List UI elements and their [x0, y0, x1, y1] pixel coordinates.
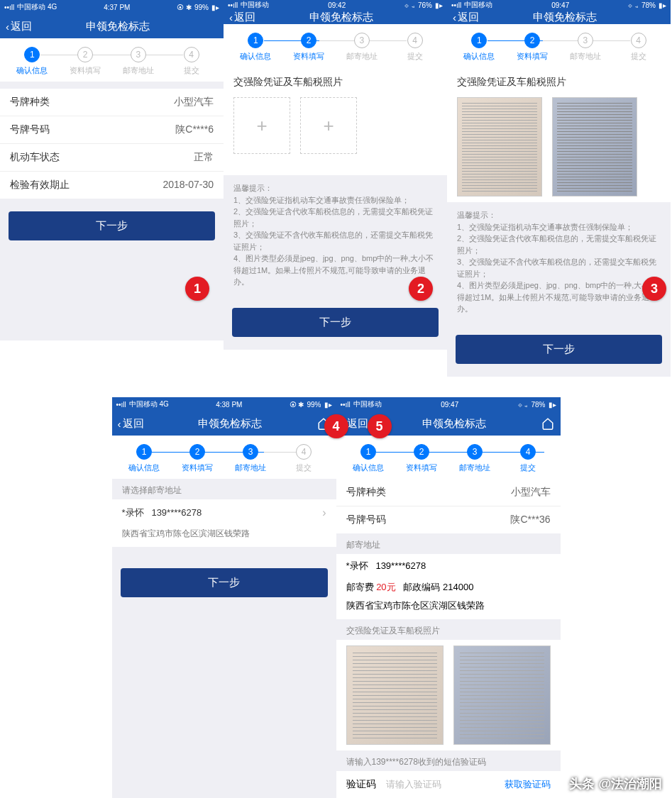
step-3[interactable]: 3邮寄地址	[559, 33, 612, 62]
step-1[interactable]: 1确认信息	[229, 33, 282, 62]
status-time: 4:38 PM	[216, 401, 242, 409]
step-3[interactable]: 3邮寄地址	[112, 47, 165, 76]
navbar: ‹返回 申领免检标志	[447, 10, 671, 24]
step-label: 邮寄地址	[123, 65, 154, 76]
plus-icon: +	[256, 115, 267, 137]
step-label: 资料填写	[406, 462, 437, 473]
step-4[interactable]: 4提交	[165, 47, 218, 76]
annotation-badge-3: 3	[642, 277, 666, 301]
next-button[interactable]: 下一步	[9, 211, 215, 240]
back-button[interactable]: ‹返回	[6, 20, 32, 33]
plus-icon: +	[323, 115, 334, 137]
photo-thumb[interactable]	[346, 645, 444, 745]
step-2[interactable]: 2资料填写	[506, 33, 559, 62]
photo-thumb[interactable]	[453, 645, 551, 745]
step-3[interactable]: 3邮寄地址	[336, 33, 389, 62]
step-2[interactable]: 2资料填写	[395, 444, 448, 473]
hint-line: 4、图片类型必须是jpeg、jpg、png、bmp中的一种,大小不得超过1M。如…	[233, 253, 437, 288]
value: 2018-07-30	[163, 179, 214, 192]
back-button[interactable]: ‹返回	[453, 11, 479, 24]
bt-icon: ⦿ ✱	[177, 4, 192, 11]
list-item: 号牌种类小型汽车	[336, 479, 561, 506]
back-button[interactable]: ‹返回	[118, 417, 144, 431]
step-4[interactable]: 4提交	[612, 33, 665, 62]
nav-right	[204, 19, 218, 33]
back-label: 返回	[123, 417, 144, 431]
step-label: 邮寄地址	[459, 462, 490, 473]
step-4[interactable]: 4提交	[277, 444, 331, 473]
battery: 76%	[418, 1, 432, 9]
step-2[interactable]: 2资料填写	[282, 33, 336, 62]
list-item: 号牌号码陕C***36	[336, 506, 561, 533]
step-num: 1	[24, 47, 40, 62]
get-code-button[interactable]: 获取验证码	[505, 778, 551, 791]
code-hint: 请输入139****6278收到的短信验证码	[336, 750, 561, 771]
mail-name: *录怀 139****6278	[336, 554, 561, 578]
step-num: 1	[471, 33, 487, 48]
hint-line: 4、图片类型必须是jpeg、jpg、png、bmp中的一种,大小不得超过1M。如…	[457, 279, 661, 315]
navbar: ‹返回 申领免检标志	[0, 14, 224, 38]
step-3[interactable]: 3邮寄地址	[448, 444, 502, 473]
next-button[interactable]: 下一步	[121, 568, 328, 597]
code-label: 验证码	[346, 778, 376, 791]
battery: 99%	[194, 4, 209, 11]
step-1[interactable]: 1确认信息	[118, 444, 171, 473]
upload-row	[447, 94, 671, 202]
signal-icon: ••ıll	[228, 1, 238, 9]
mail-section-label: 邮寄地址	[336, 533, 561, 554]
next-button[interactable]: 下一步	[456, 335, 662, 364]
step-4[interactable]: 4提交	[388, 33, 441, 62]
loc-icon: ⟐ ◅	[404, 1, 415, 9]
carrier: 中国移动 4G	[129, 399, 169, 409]
carrier: 中国移动	[464, 0, 492, 10]
code-input[interactable]: 请输入验证码	[376, 778, 505, 791]
fee-value: 20元	[376, 582, 395, 592]
nav-right	[427, 10, 441, 24]
select-address-hint: 请选择邮寄地址	[112, 479, 336, 499]
stepper: 1确认信息 2资料填写 3邮寄地址 4提交	[336, 436, 561, 479]
stepper: 1确认信息 2资料填写 3邮寄地址 4提交	[224, 24, 447, 67]
page-title: 申领免检标志	[533, 11, 597, 24]
step-num: 3	[467, 444, 483, 460]
next-button[interactable]: 下一步	[232, 308, 439, 337]
upload-slot[interactable]: +	[300, 97, 357, 154]
step-label: 资料填写	[182, 462, 213, 473]
step-1[interactable]: 1确认信息	[342, 444, 395, 473]
uploaded-photo[interactable]	[457, 97, 542, 196]
step-1[interactable]: 1确认信息	[6, 47, 59, 76]
step-4[interactable]: 4提交	[502, 444, 555, 473]
section-title: 交强险凭证及车船税照片	[447, 67, 671, 94]
step-num: 4	[296, 444, 312, 460]
page-title: 申领免检标志	[86, 20, 150, 33]
battery-icon: ▮▸	[549, 401, 556, 409]
battery: 78%	[531, 401, 545, 409]
step-2[interactable]: 2资料填写	[59, 47, 112, 76]
step-num: 2	[524, 33, 540, 48]
value: 小型汽车	[511, 486, 551, 499]
step-num: 2	[189, 444, 205, 460]
step-label: 确认信息	[16, 65, 48, 76]
upload-slot[interactable]: +	[233, 97, 290, 154]
chevron-right-icon: ›	[322, 506, 326, 519]
step-num: 4	[184, 47, 199, 62]
step-label: 邮寄地址	[346, 51, 378, 62]
signal-icon: ••ıll	[116, 401, 126, 409]
signal-icon: ••ıll	[451, 1, 461, 9]
home-button[interactable]	[541, 416, 555, 431]
step-2[interactable]: 2资料填写	[171, 444, 224, 473]
step-num: 2	[301, 33, 316, 48]
label: 机动车状态	[10, 151, 60, 164]
content: 号牌种类小型汽车 号牌号码陕C****6 机动车状态正常 检验有效期止2018-…	[0, 82, 224, 340]
mail-address: 陕西省宝鸡市陈仓区滨湖区钱荣路	[336, 597, 561, 619]
step-num: 4	[520, 444, 536, 460]
back-button[interactable]: ‹返回	[229, 11, 255, 24]
page-title: 申领免检标志	[198, 417, 262, 431]
battery-icon: ▮▸	[324, 401, 332, 409]
photo-thumbs	[336, 640, 561, 750]
uploaded-photo[interactable]	[552, 97, 637, 196]
mail-fee: 邮寄费 20元 邮政编码 214000	[336, 578, 561, 597]
address-item[interactable]: *录怀 139****6278 ›	[112, 499, 336, 526]
step-1[interactable]: 1确认信息	[453, 33, 506, 62]
step-3[interactable]: 3邮寄地址	[224, 444, 277, 473]
value: 陕C****6	[175, 123, 214, 136]
